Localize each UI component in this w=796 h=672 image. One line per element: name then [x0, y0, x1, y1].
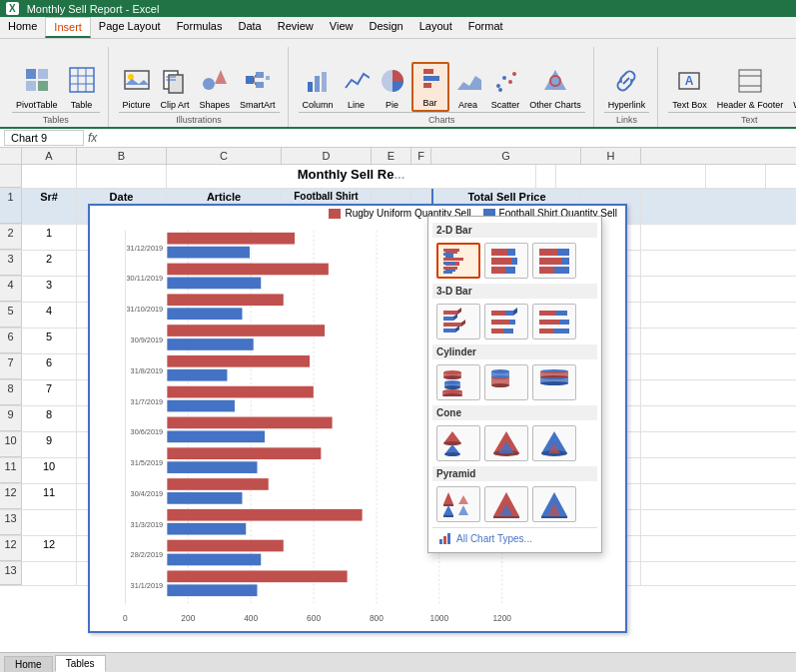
svg-rect-109: [511, 258, 517, 265]
svg-rect-17: [246, 76, 254, 84]
menu-formulas[interactable]: Formulas: [169, 17, 231, 38]
table-button[interactable]: Table: [64, 64, 100, 112]
cell-a14[interactable]: 12: [22, 536, 77, 561]
menu-layout[interactable]: Layout: [411, 17, 460, 38]
column-chart-button[interactable]: Column: [299, 66, 338, 112]
row-num-15: 13: [0, 562, 22, 585]
chart-type-stacked-cone[interactable]: [484, 425, 528, 461]
text-box-button[interactable]: A Text Box: [668, 66, 711, 112]
line-chart-button[interactable]: Line: [340, 66, 374, 112]
all-chart-types-link[interactable]: All Chart Types...: [432, 527, 597, 548]
svg-point-157: [540, 381, 568, 385]
chart-type-row-2d: [432, 240, 597, 282]
svg-rect-18: [256, 72, 264, 78]
menu-review[interactable]: Review: [270, 17, 322, 38]
cell-sr[interactable]: 2: [22, 251, 77, 276]
cell-a1[interactable]: [22, 165, 77, 188]
chart-type-clustered-cylinder[interactable]: [436, 364, 480, 400]
cell-sr[interactable]: 5: [22, 329, 77, 353]
cell-sr[interactable]: 3: [22, 277, 77, 302]
menu-page-layout[interactable]: Page Layout: [91, 17, 169, 38]
pivot-table-button[interactable]: PivotTable: [12, 64, 62, 112]
chart-type-clustered-pyramid[interactable]: [436, 486, 480, 522]
svg-line-37: [623, 78, 629, 84]
cell-sr[interactable]: 8: [22, 406, 77, 431]
col-header-b[interactable]: B: [77, 148, 167, 164]
col-header-a[interactable]: A: [22, 148, 77, 164]
chart-type-stacked-cylinder[interactable]: [484, 364, 528, 400]
cell-f1[interactable]: [536, 165, 556, 188]
col-header-c[interactable]: C: [167, 148, 282, 164]
svg-rect-135: [539, 320, 559, 325]
menu-insert[interactable]: Insert: [45, 17, 91, 38]
svg-rect-75: [167, 400, 235, 412]
scatter-chart-button[interactable]: Scatter: [487, 66, 524, 112]
svg-rect-2: [26, 81, 36, 91]
cell-sr[interactable]: 11: [22, 484, 77, 509]
row-num-data: 12: [0, 484, 22, 509]
chart-type-100pct-bar-2d[interactable]: [532, 243, 576, 279]
cell-sr-header[interactable]: Sr#: [22, 189, 77, 224]
svg-rect-137: [539, 329, 553, 334]
header-footer-button[interactable]: Header & Footer: [713, 66, 788, 112]
area-chart-button[interactable]: Area: [451, 66, 485, 112]
cell-sr[interactable]: 9: [22, 432, 77, 457]
smartart-button[interactable]: SmartArt: [236, 64, 280, 112]
clip-art-button[interactable]: Clip Art: [157, 64, 194, 112]
wordart-button[interactable]: A WordArt: [789, 66, 796, 112]
pie-chart-button[interactable]: Pie: [376, 66, 409, 112]
menu-view[interactable]: View: [322, 17, 362, 38]
chart-type-stacked-bar-2d[interactable]: [484, 243, 528, 279]
col-header-g[interactable]: G: [431, 148, 581, 164]
cell-sr[interactable]: 1: [22, 225, 77, 250]
cell-sr[interactable]: 10: [22, 458, 77, 483]
chart-type-100pct-pyramid[interactable]: [532, 486, 576, 522]
cell-h1[interactable]: [706, 165, 766, 188]
chart-type-100pct-cone[interactable]: [532, 425, 576, 461]
col-header-e[interactable]: E: [372, 148, 411, 164]
section-cylinder: Cylinder: [432, 344, 597, 359]
shapes-button[interactable]: Shapes: [196, 64, 235, 112]
svg-rect-108: [491, 258, 511, 265]
bar-chart-button[interactable]: Bar: [411, 62, 449, 112]
menu-design[interactable]: Design: [361, 17, 410, 38]
cell-sr[interactable]: 4: [22, 303, 77, 328]
svg-text:0: 0: [123, 613, 128, 623]
menu-bar: Home Insert Page Layout Formulas Data Re…: [0, 17, 796, 39]
chart-type-clustered-cone[interactable]: [436, 425, 480, 461]
cell-b1[interactable]: [77, 165, 167, 188]
row-num-data: 11: [0, 458, 22, 483]
formula-input[interactable]: [101, 131, 792, 145]
chart-type-stacked-pyramid[interactable]: [484, 486, 528, 522]
picture-button[interactable]: Picture: [119, 64, 155, 112]
file-title: Monthly Sell Report - Excel: [27, 3, 160, 15]
ribbon-group-links: Hyperlink Links: [596, 47, 659, 127]
chart-type-clustered-bar-3d[interactable]: [436, 304, 480, 339]
tab-tables[interactable]: Tables: [55, 655, 106, 672]
cell-reference[interactable]: Chart 9: [4, 130, 84, 146]
cell-title[interactable]: Monthly Sell Re...: [167, 165, 536, 188]
section-pyramid: Pyramid: [432, 466, 597, 481]
cell-g1[interactable]: [556, 165, 706, 188]
cell-sr[interactable]: [22, 510, 77, 535]
svg-rect-175: [493, 516, 519, 518]
svg-rect-68: [167, 325, 325, 336]
chart-type-stacked-bar-3d[interactable]: [484, 304, 528, 339]
col-header-d[interactable]: D: [282, 148, 372, 164]
menu-home[interactable]: Home: [0, 17, 45, 38]
svg-rect-107: [507, 249, 515, 256]
menu-format[interactable]: Format: [460, 17, 511, 38]
svg-text:30/11/2019: 30/11/2019: [127, 274, 164, 283]
col-header-h[interactable]: H: [581, 148, 641, 164]
chart-type-100pct-cylinder[interactable]: [532, 364, 576, 400]
cell-sr[interactable]: 6: [22, 354, 77, 379]
cell-a15[interactable]: [22, 562, 77, 585]
hyperlink-button[interactable]: Hyperlink: [604, 66, 650, 112]
tab-home[interactable]: Home: [4, 656, 53, 672]
other-charts-button[interactable]: Other Charts: [525, 66, 585, 112]
menu-data[interactable]: Data: [230, 17, 269, 38]
col-header-f[interactable]: F: [411, 148, 431, 164]
chart-type-100pct-bar-3d[interactable]: [532, 304, 576, 339]
chart-type-clustered-bar-2d[interactable]: [436, 243, 480, 279]
cell-sr[interactable]: 7: [22, 380, 77, 405]
